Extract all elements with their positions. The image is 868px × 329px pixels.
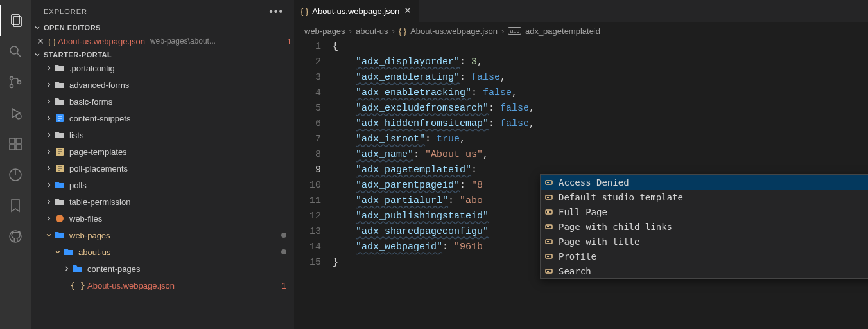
tree-item-label: table-permission (69, 197, 286, 207)
code-line[interactable]: "adx_displayorder": 3, (333, 55, 868, 70)
code-line[interactable]: "adx_isroot": true, (333, 132, 868, 147)
breadcrumb[interactable]: web-pages › about-us › { } About-us.webp… (294, 22, 868, 39)
breadcrumb-segment[interactable]: About-us.webpage.json (410, 26, 498, 36)
code-line[interactable]: "adx_hiddenfromsitemap": false, (333, 116, 868, 132)
svg-point-7 (16, 114, 21, 119)
svg-rect-8 (10, 138, 15, 143)
open-editor-path: web-pages\about... (150, 37, 283, 46)
folder-item[interactable]: table-permission (31, 193, 294, 210)
breadcrumb-segment[interactable]: adx_pagetemplateid (525, 26, 600, 36)
code-line[interactable]: { (333, 39, 868, 55)
tree-item-label: poll-placements (69, 164, 286, 173)
folder-item[interactable]: .portalconfig (31, 60, 294, 76)
activity-search-icon[interactable] (0, 36, 31, 67)
chevron-down-icon (53, 248, 63, 256)
activity-extensions-icon[interactable] (0, 129, 31, 159)
folder-item[interactable]: poll-placements (31, 160, 294, 177)
folder-item[interactable]: advanced-forms (31, 76, 294, 93)
folder-item[interactable]: web-files (31, 210, 294, 227)
enum-member-icon (544, 267, 553, 276)
close-icon[interactable] (35, 37, 46, 46)
suggestion-item[interactable]: Page with child links (541, 219, 868, 234)
suggestion-item[interactable]: Default studio template (541, 190, 868, 204)
svg-rect-20 (547, 182, 549, 183)
activity-run-debug-icon[interactable] (0, 98, 31, 129)
svg-rect-30 (547, 256, 549, 257)
problem-count: 1 (282, 281, 286, 290)
open-editor-item[interactable]: { } About-us.webpage.json web-pages\abou… (31, 33, 294, 49)
folder-item[interactable]: page-templates (31, 143, 294, 160)
breadcrumb-segment[interactable]: about-us (356, 26, 388, 36)
svg-point-6 (18, 81, 21, 84)
chevron-right-icon (44, 98, 54, 105)
folder-icon (54, 213, 65, 224)
folder-icon (63, 247, 74, 257)
tree-item-label: lists (69, 130, 286, 140)
folder-item[interactable]: content-pages (31, 260, 294, 277)
folder-item[interactable]: basic-forms (31, 93, 294, 110)
folder-icon (54, 180, 65, 190)
chevron-right-icon (44, 81, 54, 89)
chevron-right-icon: › (392, 26, 395, 36)
tree-item-label: about-us (78, 247, 281, 257)
tree-item-label: basic-forms (69, 97, 286, 107)
folder-icon (72, 263, 83, 274)
code-line[interactable]: "adx_enabletracking": false, (333, 85, 868, 101)
activity-power-icon[interactable] (0, 159, 31, 190)
folder-item[interactable]: polls (31, 177, 294, 193)
chevron-right-icon (44, 215, 54, 222)
suggestion-item[interactable]: Access Denied (541, 175, 868, 190)
chevron-right-icon (44, 164, 54, 172)
folder-icon: { } (72, 281, 83, 290)
suggestion-item[interactable]: Full Page (541, 204, 868, 219)
chevron-right-icon (44, 148, 54, 156)
suggestion-popup[interactable]: Access DeniedDefault studio templateFull… (540, 174, 868, 279)
folder-icon (54, 230, 65, 240)
tree-item-label: web-files (69, 214, 286, 224)
string-symbol-icon: abc (508, 27, 521, 35)
svg-rect-26 (547, 226, 549, 227)
chevron-right-icon (44, 64, 54, 72)
editor-tab[interactable]: { } About-us.webpage.json (294, 0, 419, 22)
editor-area: { } About-us.webpage.json web-pages › ab… (294, 0, 868, 329)
tree-item-label: content-snippets (69, 114, 286, 123)
suggestion-item[interactable]: Profile (541, 249, 868, 263)
enum-member-icon (544, 237, 553, 246)
code-line[interactable]: "adx_enablerating": false, (333, 70, 868, 85)
folder-item[interactable]: lists (31, 127, 294, 143)
tree-item-label: web-pages (69, 231, 281, 240)
open-editors-section[interactable]: OPEN EDITORS (31, 22, 294, 33)
folder-item[interactable]: about-us (31, 244, 294, 260)
code-content[interactable]: { "adx_displayorder": 3, "adx_enablerati… (333, 39, 868, 329)
activity-source-control-icon[interactable] (0, 67, 31, 98)
activity-bookmark-icon[interactable] (0, 190, 31, 221)
activity-explorer-icon[interactable] (0, 5, 31, 36)
folder-item[interactable]: web-pages (31, 227, 294, 244)
tree-item-label: content-pages (87, 264, 286, 274)
enum-member-icon (544, 208, 553, 217)
svg-rect-10 (10, 145, 15, 150)
activity-github-icon[interactable] (0, 221, 31, 252)
svg-rect-22 (547, 197, 549, 198)
workspace-root-section[interactable]: STARTER-PORTAL (31, 49, 294, 60)
breadcrumb-segment[interactable]: web-pages (304, 26, 345, 36)
file-item[interactable]: { }About-us.webpage.json1 (31, 277, 294, 294)
svg-point-5 (10, 85, 13, 88)
file-tree: .portalconfigadvanced-formsbasic-formsco… (31, 60, 294, 329)
folder-icon (54, 63, 65, 73)
sidebar-more-icon[interactable]: ••• (269, 6, 284, 17)
code-line[interactable]: "adx_excludefromsearch": false, (333, 101, 868, 116)
svg-point-18 (56, 215, 64, 222)
code-editor[interactable]: 123456789101112131415 { "adx_displayorde… (294, 39, 868, 329)
suggestion-item[interactable]: Page with title (541, 234, 868, 249)
code-line[interactable]: "adx_name": "About us", (333, 147, 868, 163)
line-number-gutter: 123456789101112131415 (294, 39, 333, 329)
suggestion-label: Page with child links (559, 219, 672, 235)
close-icon[interactable] (403, 6, 412, 17)
svg-point-4 (10, 77, 13, 80)
suggestion-item[interactable]: Search (541, 263, 868, 278)
json-file-icon: { } (46, 37, 58, 46)
open-editor-problem-count: 1 (287, 37, 291, 46)
folder-item[interactable]: content-snippets (31, 110, 294, 127)
enum-member-icon (544, 222, 553, 231)
